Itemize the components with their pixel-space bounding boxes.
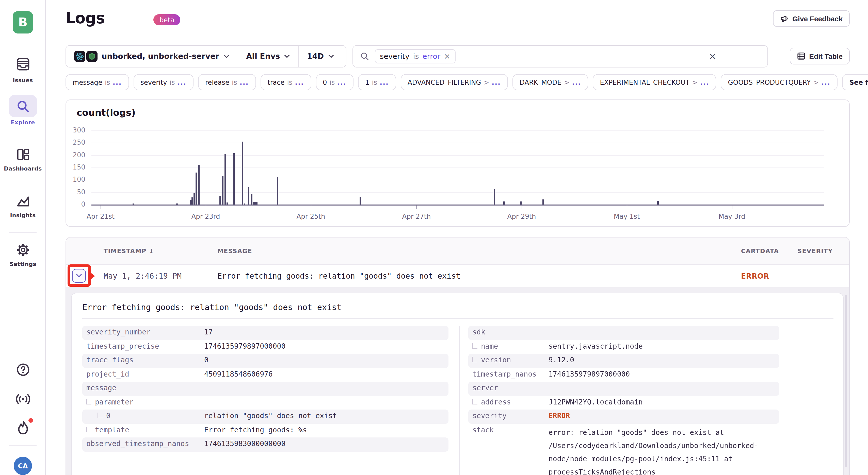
sidebar-label-issues: Issues: [0, 77, 46, 84]
sidebar-item-dashboards[interactable]: Dashboards: [0, 147, 46, 172]
search-clear-icon[interactable]: ×: [709, 51, 717, 61]
filter-chip-0[interactable]: 0is...: [316, 74, 353, 90]
sidebar-item-explore[interactable]: Explore: [0, 95, 46, 126]
chart-bar[interactable]: [233, 154, 235, 205]
attribute-row-timestamp-nanos[interactable]: timestamp_nanos1746135979897000000: [468, 368, 779, 382]
cell-timestamp: May 1, 2:46:19 PM: [103, 272, 182, 281]
filter-chip-severity[interactable]: severityis...: [133, 74, 193, 90]
column-header-timestamp[interactable]: TIMESTAMP ↓: [103, 248, 154, 255]
filter-chip-experimental-checkout[interactable]: EXPERIMENTAL_CHECKOUT>...: [593, 74, 716, 90]
attribute-row-project-id[interactable]: project_id4509118548606976: [82, 368, 448, 382]
attribute-key: observed_timestamp_nanos: [86, 439, 204, 448]
logs-table: TIMESTAMP ↓ MESSAGE CARTDATA SEVERITY Ma…: [65, 237, 850, 475]
chart-bar[interactable]: [520, 201, 522, 205]
attribute-row-version[interactable]: version9.12.0: [468, 354, 779, 368]
chart-bar[interactable]: [503, 201, 505, 205]
attribute-row-message[interactable]: message: [82, 382, 448, 396]
search-token-severity[interactable]: severity is error ×: [375, 49, 455, 63]
chart-gridline: [91, 192, 824, 193]
attribute-row-0[interactable]: 0relation "goods" does not exist: [82, 410, 448, 423]
attribute-row-template[interactable]: templateError fetching goods: %s: [82, 423, 448, 437]
chart-bar[interactable]: [251, 194, 252, 205]
attribute-row-trace-flags[interactable]: trace_flags0: [82, 354, 448, 368]
chart-bar[interactable]: [226, 202, 228, 205]
chart-bar[interactable]: [256, 202, 257, 205]
filter-chip-goods-productquery[interactable]: GOODS_PRODUCTQUERY>...: [721, 74, 838, 90]
attribute-row-stack[interactable]: stackerror: relation "goods" does not ex…: [468, 423, 779, 475]
attribute-row-observed-timestamp-nanos[interactable]: observed_timestamp_nanos1746135983000000…: [82, 437, 448, 451]
filter-chip-advanced-filtering[interactable]: ADVANCED_FILTERING>...: [401, 74, 508, 90]
gear-icon: [9, 243, 37, 257]
attribute-row-sdk[interactable]: sdk: [468, 326, 779, 340]
filter-chip-1[interactable]: 1is...: [358, 74, 396, 90]
chart-bar[interactable]: [248, 187, 249, 205]
date-range-selector[interactable]: 14D: [299, 46, 342, 67]
tree-elbow-connector: [472, 399, 477, 404]
filter-chip-dark-mode[interactable]: DARK_MODE>...: [513, 74, 588, 90]
column-header-message[interactable]: MESSAGE: [217, 248, 252, 255]
project-platform-icons: [74, 51, 97, 62]
environment-label: All Envs: [246, 52, 280, 61]
attribute-key: server: [472, 384, 549, 392]
attribute-value: sentry.javascript.node: [549, 342, 643, 350]
filter-chip-release[interactable]: releaseis...: [198, 74, 256, 90]
search-icon: [360, 52, 369, 61]
chart-bar[interactable]: [360, 197, 361, 205]
column-header-severity[interactable]: SEVERITY: [797, 248, 833, 255]
broadcast-icon[interactable]: [0, 392, 46, 406]
insights-icon: [9, 194, 37, 208]
attribute-key: trace_flags: [86, 356, 204, 364]
filter-chip-see-full-list[interactable]: See full list: [842, 74, 868, 90]
chart-card: count(logs) 050100150200250300Apr 21stAp…: [65, 99, 850, 227]
sidebar-item-insights[interactable]: Insights: [0, 194, 46, 218]
sidebar-item-settings[interactable]: Settings: [0, 243, 46, 267]
flame-icon[interactable]: [0, 420, 46, 437]
attribute-row-name[interactable]: namesentry.javascript.node: [468, 340, 779, 354]
give-feedback-button[interactable]: Give Feedback: [773, 10, 850, 27]
attribute-row-server[interactable]: server: [468, 382, 779, 396]
project-selector[interactable]: unborked, unborked-server: [66, 46, 238, 67]
attribute-row-timestamp-precise[interactable]: timestamp_precise1746135979897000000: [82, 340, 448, 354]
chart-bar[interactable]: [277, 177, 278, 205]
x-axis-tick-label: Apr 21st: [87, 213, 115, 220]
chart-bar[interactable]: [195, 172, 197, 205]
filter-chip-trace[interactable]: traceis...: [260, 74, 311, 90]
environment-selector[interactable]: All Envs: [238, 46, 299, 67]
search-input[interactable]: severity is error ×: [352, 45, 768, 67]
give-feedback-label: Give Feedback: [792, 14, 843, 23]
attribute-value: 9.12.0: [549, 356, 574, 364]
chevron-down-icon: [223, 54, 229, 58]
chart-bar[interactable]: [542, 200, 544, 205]
help-icon[interactable]: [0, 363, 46, 377]
token-remove-icon[interactable]: ×: [444, 52, 450, 61]
chart-bar[interactable]: [222, 176, 223, 205]
chart-bar[interactable]: [219, 196, 221, 205]
attribute-key: timestamp_nanos: [472, 370, 549, 378]
chevron-down-icon: [284, 54, 290, 58]
log-table-row[interactable]: May 1, 2:46:19 PM Error fetching goods: …: [66, 265, 849, 287]
sidebar-item-issues[interactable]: Issues: [0, 53, 46, 84]
chart-bar[interactable]: [242, 142, 243, 205]
edit-table-button[interactable]: Edit Table: [790, 48, 850, 64]
chart-bar[interactable]: [198, 165, 199, 205]
logs-count-chart[interactable]: 050100150200250300Apr 21stApr 23rdApr 25…: [66, 100, 849, 226]
chart-bar[interactable]: [657, 201, 659, 205]
org-logo[interactable]: B: [13, 11, 33, 33]
y-axis-tick-label: 200: [68, 151, 85, 159]
filter-chip-message[interactable]: messageis...: [65, 74, 129, 90]
attribute-value: 17: [204, 328, 213, 336]
search-icon: [9, 95, 37, 117]
attribute-row-severity-number[interactable]: severity_number17: [82, 326, 448, 340]
chart-bar[interactable]: [193, 193, 195, 205]
chart-bar[interactable]: [191, 198, 193, 205]
attribute-row-severity[interactable]: severityERROR: [468, 410, 779, 423]
attribute-row-parameter[interactable]: parameter: [82, 396, 448, 410]
attribute-row-address[interactable]: addressJ12PWN42YQ.localdomain: [468, 396, 779, 410]
column-header-cartdata[interactable]: CARTDATA: [741, 248, 779, 255]
chart-gridline: [91, 180, 824, 180]
chart-bar[interactable]: [224, 154, 226, 205]
notification-dot: [28, 418, 33, 423]
chart-bar[interactable]: [494, 189, 495, 205]
user-avatar[interactable]: CA: [14, 457, 32, 475]
detail-scrollbar[interactable]: [845, 295, 847, 467]
